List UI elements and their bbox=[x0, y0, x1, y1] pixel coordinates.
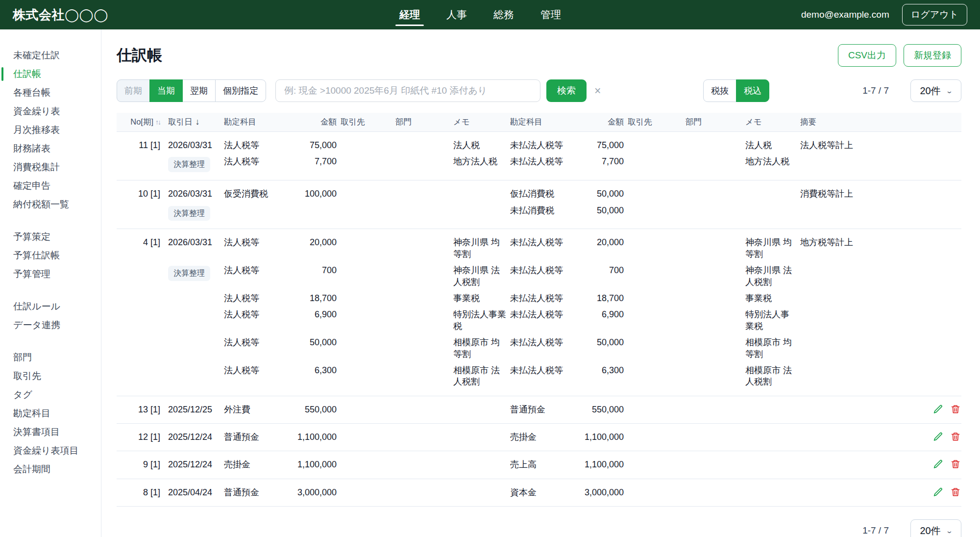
debit-partner bbox=[340, 403, 394, 405]
sidebar-item-確定申告[interactable]: 確定申告 bbox=[0, 177, 101, 195]
credit-memo bbox=[744, 403, 799, 405]
entry-actions bbox=[925, 431, 961, 443]
sidebar-item-部門[interactable]: 部門 bbox=[0, 348, 101, 367]
tax-option-税込[interactable]: 税込 bbox=[736, 79, 769, 102]
debit-memo: 相模原市 均等割 bbox=[452, 336, 509, 361]
sidebar-item-決算書項目[interactable]: 決算書項目 bbox=[0, 423, 101, 441]
credit-partner bbox=[627, 236, 685, 238]
debit-dept bbox=[394, 236, 452, 238]
page-size-select-bottom[interactable]: 20件 ⌄ bbox=[910, 519, 961, 537]
sort-desc-icon[interactable]: ↓ bbox=[196, 117, 200, 127]
debit-dept bbox=[394, 155, 452, 157]
journal-line: 11 [1]2026/03/31法人税等75,000法人税未払法人税等75,00… bbox=[117, 137, 961, 153]
credit-dept bbox=[685, 458, 744, 460]
closing-adjustment-badge: 決算整理 bbox=[168, 266, 210, 281]
sidebar-item-データ連携[interactable]: データ連携 bbox=[0, 316, 101, 334]
clear-search-icon[interactable]: × bbox=[594, 84, 601, 98]
period-option-個別指定[interactable]: 個別指定 bbox=[215, 79, 266, 102]
edit-entry-button[interactable] bbox=[933, 487, 943, 497]
credit-memo: 事業税 bbox=[744, 292, 799, 305]
edit-entry-button[interactable] bbox=[933, 432, 943, 442]
debit-memo: 神奈川県 法人税割 bbox=[452, 264, 509, 289]
col-header-debit-amount: 金額 bbox=[286, 116, 340, 128]
credit-partner bbox=[627, 458, 685, 460]
search-button[interactable]: 検索 bbox=[546, 79, 587, 102]
entry-no bbox=[117, 364, 163, 366]
col-header-no[interactable]: No[期]↑↓ bbox=[117, 116, 163, 128]
sidebar-item-財務諸表[interactable]: 財務諸表 bbox=[0, 139, 101, 158]
debit-partner bbox=[340, 155, 394, 157]
col-header-credit-partner: 取引先 bbox=[627, 116, 685, 128]
credit-memo bbox=[744, 187, 799, 189]
journal-line: 8 [1]2025/04/24普通預金3,000,000資本金3,000,000 bbox=[117, 485, 961, 501]
logout-button[interactable]: ログアウト bbox=[902, 4, 967, 26]
company-logo: 株式会社◯◯◯ bbox=[13, 6, 108, 24]
new-entry-button[interactable]: 新規登録 bbox=[904, 44, 961, 67]
sidebar-item-納付税額一覧[interactable]: 納付税額一覧 bbox=[0, 195, 101, 214]
entry-no bbox=[117, 204, 163, 206]
debit-memo: 法人税 bbox=[452, 139, 509, 152]
sidebar-item-資金繰り表[interactable]: 資金繰り表 bbox=[0, 102, 101, 121]
debit-account: 法人税等 bbox=[223, 364, 286, 377]
delete-entry-button[interactable] bbox=[951, 487, 960, 497]
sidebar-item-勘定科目[interactable]: 勘定科目 bbox=[0, 404, 101, 423]
delete-entry-button[interactable] bbox=[951, 404, 960, 414]
debit-partner bbox=[340, 308, 394, 310]
delete-entry-button[interactable] bbox=[951, 459, 960, 469]
period-option-当期[interactable]: 当期 bbox=[149, 79, 183, 102]
entry-summary bbox=[799, 204, 925, 206]
sidebar-item-消費税集計[interactable]: 消費税集計 bbox=[0, 158, 101, 177]
csv-export-button[interactable]: CSV出力 bbox=[838, 44, 896, 67]
edit-entry-button[interactable] bbox=[933, 459, 943, 469]
sidebar-item-未確定仕訳[interactable]: 未確定仕訳 bbox=[0, 46, 101, 65]
sidebar-item-予算策定[interactable]: 予算策定 bbox=[0, 228, 101, 246]
entry-summary bbox=[799, 155, 925, 157]
sidebar-item-仕訳帳[interactable]: 仕訳帳 bbox=[0, 65, 101, 83]
credit-memo: 地方法人税 bbox=[744, 155, 799, 168]
sort-both-icon[interactable]: ↑↓ bbox=[155, 118, 160, 126]
user-email: demo@example.com bbox=[801, 9, 889, 20]
debit-account bbox=[223, 204, 286, 206]
credit-account: 売掛金 bbox=[509, 431, 572, 444]
credit-partner bbox=[627, 204, 685, 206]
sidebar-group-3: 仕訳ルールデータ連携 bbox=[0, 297, 101, 334]
credit-amount: 3,000,000 bbox=[572, 486, 627, 499]
sidebar-item-仕訳ルール[interactable]: 仕訳ルール bbox=[0, 297, 101, 316]
col-header-debit-partner: 取引先 bbox=[340, 116, 394, 128]
sidebar-item-各種台帳[interactable]: 各種台帳 bbox=[0, 83, 101, 102]
debit-amount: 6,900 bbox=[286, 308, 340, 321]
search-input[interactable] bbox=[275, 79, 540, 102]
col-header-credit-memo: メモ bbox=[744, 116, 799, 128]
journal-table-body: 11 [1]2026/03/31法人税等75,000法人税未払法人税等75,00… bbox=[117, 132, 961, 507]
col-header-date[interactable]: 取引日↓ bbox=[163, 116, 223, 128]
credit-dept bbox=[685, 187, 744, 189]
debit-partner bbox=[340, 187, 394, 189]
sidebar-item-予算管理[interactable]: 予算管理 bbox=[0, 265, 101, 283]
tax-option-税抜[interactable]: 税抜 bbox=[703, 79, 736, 102]
sidebar-item-予算仕訳帳[interactable]: 予算仕訳帳 bbox=[0, 246, 101, 265]
sidebar-item-会計期間[interactable]: 会計期間 bbox=[0, 460, 101, 479]
credit-dept bbox=[685, 336, 744, 338]
col-header-credit-amount: 金額 bbox=[572, 116, 627, 128]
page-size-value-bottom: 20件 bbox=[920, 524, 940, 537]
period-option-前期[interactable]: 前期 bbox=[117, 79, 150, 102]
closing-adjustment-badge: 決算整理 bbox=[168, 206, 210, 221]
entry-summary bbox=[799, 403, 925, 405]
sidebar-item-タグ[interactable]: タグ bbox=[0, 385, 101, 404]
period-option-翌期[interactable]: 翌期 bbox=[182, 79, 216, 102]
main-content: 仕訳帳 CSV出力 新規登録 前期当期翌期個別指定 検索 × 税抜税込 1-7 … bbox=[101, 29, 980, 537]
entry-summary bbox=[799, 308, 925, 310]
entry-summary bbox=[799, 431, 925, 433]
nav-tab-経理[interactable]: 経理 bbox=[398, 0, 421, 29]
delete-entry-button[interactable] bbox=[951, 432, 960, 442]
sidebar-item-取引先[interactable]: 取引先 bbox=[0, 367, 101, 385]
sidebar-item-月次推移表[interactable]: 月次推移表 bbox=[0, 121, 101, 139]
page-size-select[interactable]: 20件 ⌄ bbox=[910, 79, 961, 102]
nav-tab-総務[interactable]: 総務 bbox=[492, 0, 515, 29]
nav-tab-人事[interactable]: 人事 bbox=[445, 0, 468, 29]
sidebar-item-資金繰り表項目[interactable]: 資金繰り表項目 bbox=[0, 441, 101, 460]
nav-tab-管理[interactable]: 管理 bbox=[539, 0, 562, 29]
debit-memo: 特別法人事業税 bbox=[452, 308, 509, 333]
entry-summary bbox=[799, 264, 925, 266]
edit-entry-button[interactable] bbox=[933, 404, 943, 414]
